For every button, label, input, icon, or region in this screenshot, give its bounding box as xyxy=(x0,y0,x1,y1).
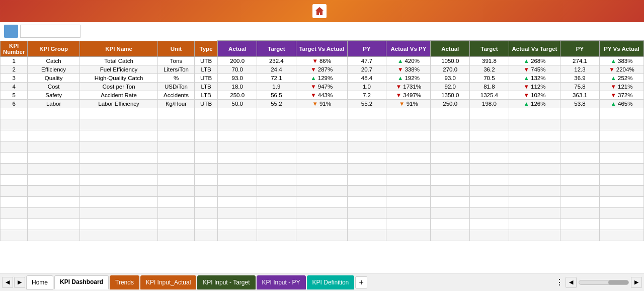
table-cell-empty xyxy=(599,230,643,241)
table-cell-empty xyxy=(28,108,80,119)
table-cell-empty xyxy=(386,130,431,141)
table-cell: ▼ 91% xyxy=(296,100,347,108)
table-cell-empty xyxy=(158,208,195,219)
table-row-empty xyxy=(1,230,644,241)
table-cell-empty xyxy=(386,197,431,208)
table-cell-empty xyxy=(79,197,157,208)
table-cell-empty xyxy=(599,130,643,141)
home-icon[interactable] xyxy=(312,4,327,18)
select-month-button[interactable] xyxy=(4,25,18,38)
table-cell-empty xyxy=(194,230,218,241)
table-cell-empty xyxy=(470,186,509,197)
table-row: 6LaborLabor EfficiencyKg/HourUTB50.055.2… xyxy=(1,100,644,108)
table-cell-empty xyxy=(296,186,347,197)
table-cell: ▲ 129% xyxy=(296,74,347,83)
table-cell-empty xyxy=(1,153,28,164)
table-cell-empty xyxy=(1,186,28,197)
table-cell-empty xyxy=(218,197,257,208)
tab-kpi-dashboard[interactable]: KPI Dashboard xyxy=(54,275,109,289)
controls-bar xyxy=(0,22,644,40)
table-cell-empty xyxy=(257,186,296,197)
table-cell: ▼ 1731% xyxy=(386,83,431,91)
table-cell-empty xyxy=(509,208,560,219)
tab-home[interactable]: Home xyxy=(26,275,53,289)
col-ytd-target: Target xyxy=(470,41,509,57)
table-cell-empty xyxy=(347,219,386,230)
table-row: 2EfficiencyFuel EfficiencyLiters/TonLTB7… xyxy=(1,65,644,74)
table-cell-empty xyxy=(347,108,386,119)
table-cell-empty xyxy=(28,153,80,164)
table-cell-empty xyxy=(509,153,560,164)
table-cell-empty xyxy=(257,108,296,119)
tab-kpi-input-py[interactable]: KPI Input - PY xyxy=(257,275,306,289)
table-cell-empty xyxy=(599,175,643,186)
table-cell: LTB xyxy=(194,91,218,100)
col-ytd-actual: Actual xyxy=(431,41,470,57)
table-cell-empty xyxy=(560,186,600,197)
table-cell: 47.7 xyxy=(347,57,386,65)
table-cell: 1050.0 xyxy=(431,57,470,65)
tab-scrollbar[interactable] xyxy=(579,280,629,285)
tab-scroll-left-button[interactable]: ◀ xyxy=(566,277,577,288)
table-cell: 93.0 xyxy=(431,74,470,83)
table-cell-empty xyxy=(218,230,257,241)
table-cell: Labor Efficiency xyxy=(79,100,157,108)
options-icon[interactable]: ⋮ xyxy=(555,277,564,287)
table-cell-empty xyxy=(79,175,157,186)
table-cell-empty xyxy=(296,208,347,219)
table-cell-empty xyxy=(386,153,431,164)
tab-kpi-input-actual[interactable]: KPI Input_Actual xyxy=(140,275,196,289)
table-cell-empty xyxy=(431,219,470,230)
table-cell-empty xyxy=(599,164,643,175)
table-cell-empty xyxy=(257,153,296,164)
table-cell-empty xyxy=(386,175,431,186)
tab-add-button[interactable]: + xyxy=(355,276,367,288)
table-cell: ▼ 2204% xyxy=(599,65,643,74)
table-cell-empty xyxy=(218,175,257,186)
table-cell-empty xyxy=(158,186,195,197)
table-cell-empty xyxy=(470,197,509,208)
table-cell: 81.8 xyxy=(470,83,509,91)
table-cell: 6 xyxy=(1,100,28,108)
table-cell-empty xyxy=(194,197,218,208)
tab-prev-button[interactable]: ◀ xyxy=(2,277,13,288)
table-cell-empty xyxy=(218,186,257,197)
tab-trends[interactable]: Trends xyxy=(110,275,139,289)
table-cell-empty xyxy=(560,208,600,219)
table-cell-empty xyxy=(470,153,509,164)
col-mtd-tvsa: Target Vs Actual xyxy=(296,41,347,57)
table-cell-empty xyxy=(431,130,470,141)
tab-next-button[interactable]: ▶ xyxy=(14,277,25,288)
table-cell: 92.0 xyxy=(431,83,470,91)
col-unit: Unit xyxy=(158,41,195,57)
table-cell-empty xyxy=(560,153,600,164)
tab-scroll-right-button[interactable]: ▶ xyxy=(631,277,642,288)
table-cell-empty xyxy=(257,164,296,175)
table-cell: Fuel Efficiency xyxy=(79,65,157,74)
table-cell: 1325.4 xyxy=(470,91,509,100)
table-cell-empty xyxy=(218,219,257,230)
table-cell-empty xyxy=(347,230,386,241)
table-cell: Tons xyxy=(158,57,195,65)
tab-kpi-definition[interactable]: KPI Definition xyxy=(307,275,355,289)
table-cell-empty xyxy=(470,175,509,186)
table-cell: 232.4 xyxy=(257,57,296,65)
table-cell-empty xyxy=(79,153,157,164)
table-cell: 3 xyxy=(1,74,28,83)
table-cell-empty xyxy=(1,141,28,153)
table-cell-empty xyxy=(194,153,218,164)
table-cell: 198.0 xyxy=(470,100,509,108)
table-cell: UTB xyxy=(194,74,218,83)
table-cell-empty xyxy=(1,219,28,230)
tab-kpi-input-target[interactable]: KPI Input - Target xyxy=(197,275,255,289)
month-display xyxy=(20,25,80,38)
table-cell-empty xyxy=(79,108,157,119)
table-cell: 36.9 xyxy=(560,74,600,83)
table-cell: 55.2 xyxy=(257,100,296,108)
table-cell: Total Catch xyxy=(79,57,157,65)
table-cell-empty xyxy=(431,119,470,130)
kpi-table-container: KPINumber KPI Group KPI Name Unit Type A… xyxy=(0,40,644,273)
table-cell-empty xyxy=(194,130,218,141)
col-kpi-number: KPINumber xyxy=(1,41,28,57)
table-cell-empty xyxy=(509,108,560,119)
